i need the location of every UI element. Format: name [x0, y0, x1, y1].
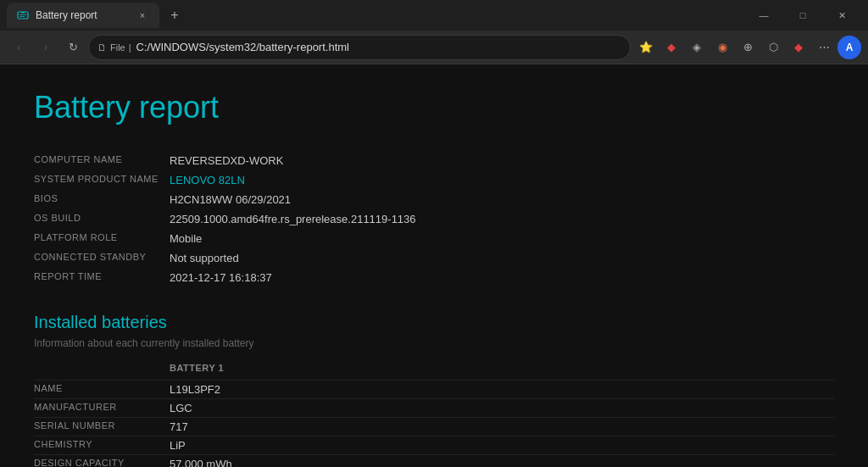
info-row: SYSTEM PRODUCT NAME LENOVO 82LN: [34, 170, 834, 190]
batteries-section-subtitle: Information about each currently install…: [34, 337, 834, 349]
info-value: LENOVO 82LN: [170, 174, 245, 186]
battery-row-value: LiP: [170, 439, 186, 452]
page-content: Battery report COMPUTER NAME REVERSEDXD-…: [0, 64, 868, 467]
close-button[interactable]: ✕: [822, 0, 861, 31]
battery-row: CHEMISTRY LiP: [34, 436, 834, 454]
info-value: Not supported: [170, 252, 239, 264]
tab-favicon-icon: [17, 9, 29, 21]
info-value: 22509.1000.amd64fre.rs_prerelease.211119…: [170, 213, 416, 225]
info-row: OS BUILD 22509.1000.amd64fre.rs_prerelea…: [34, 209, 834, 229]
file-icon: 🗋: [97, 42, 107, 53]
battery-row-label: NAME: [34, 383, 170, 396]
info-row: COMPUTER NAME REVERSEDXD-WORK: [34, 151, 834, 170]
refresh-icon: ↻: [69, 41, 78, 53]
info-label: REPORT TIME: [34, 271, 170, 284]
info-row: CONNECTED STANDBY Not supported: [34, 248, 834, 268]
back-icon: ‹: [17, 41, 20, 53]
extension-icon-3[interactable]: ◉: [710, 36, 734, 59]
address-protocol: 🗋 File |: [97, 42, 131, 53]
address-url: C:/WINDOWS/system32/battery-report.html: [136, 41, 621, 53]
info-row: PLATFORM ROLE Mobile: [34, 229, 834, 248]
extension-icon-5[interactable]: ⬡: [761, 36, 785, 59]
info-row: REPORT TIME 2021-12-17 16:18:37: [34, 268, 834, 287]
battery-row-value: LGC: [170, 402, 192, 414]
new-tab-button[interactable]: +: [163, 3, 186, 27]
battery-table: BATTERY 1 NAME L19L3PF2 MANUFACTURER LGC…: [34, 363, 834, 467]
extension-icon-4[interactable]: ⊕: [736, 36, 760, 59]
info-label: BIOS: [34, 193, 170, 206]
refresh-button[interactable]: ↻: [61, 36, 85, 59]
battery-row-label: MANUFACTURER: [34, 402, 170, 414]
battery-row-label: SERIAL NUMBER: [34, 420, 170, 433]
battery-header-cell: BATTERY 1: [170, 363, 305, 373]
protocol-label: File: [110, 42, 125, 53]
extension-icon-6[interactable]: ◆: [787, 36, 810, 59]
tab-bar: Battery report × + — □ ✕: [0, 0, 868, 31]
forward-button[interactable]: ›: [34, 36, 58, 59]
battery-row: MANUFACTURER LGC: [34, 398, 834, 417]
info-value: REVERSEDXD-WORK: [170, 154, 283, 167]
info-value: 2021-12-17 16:18:37: [170, 271, 272, 284]
batteries-section-title: Installed batteries: [34, 313, 834, 332]
info-label: OS BUILD: [34, 213, 170, 225]
extension-icon-1[interactable]: ◆: [659, 36, 683, 59]
info-label: PLATFORM ROLE: [34, 232, 170, 245]
extensions-button[interactable]: ⋯: [812, 36, 836, 59]
info-value: H2CN18WW 06/29/2021: [170, 193, 291, 206]
extension-icon-2[interactable]: ◈: [685, 36, 709, 59]
battery-row: NAME L19L3PF2: [34, 380, 834, 398]
battery-row-label: DESIGN CAPACITY: [34, 458, 170, 467]
back-button[interactable]: ‹: [7, 36, 31, 59]
system-info-table: COMPUTER NAME REVERSEDXD-WORK SYSTEM PRO…: [34, 151, 834, 287]
browser-toolbar: ‹ › ↻ 🗋 File | C:/WINDOWS/system32/batte…: [0, 31, 868, 64]
info-label: SYSTEM PRODUCT NAME: [34, 174, 170, 186]
active-tab[interactable]: Battery report ×: [7, 3, 159, 28]
info-row: BIOS H2CN18WW 06/29/2021: [34, 190, 834, 209]
battery-row: SERIAL NUMBER 717: [34, 417, 834, 436]
info-value: Mobile: [170, 232, 202, 245]
battery-row-label: CHEMISTRY: [34, 439, 170, 452]
tab-title: Battery report: [36, 9, 129, 21]
battery-row-value: 57,000 mWh: [170, 458, 232, 467]
forward-icon: ›: [44, 41, 47, 53]
page-title: Battery report: [34, 90, 834, 125]
installed-batteries-section: Installed batteries Information about ea…: [34, 313, 834, 467]
battery-rows: NAME L19L3PF2 MANUFACTURER LGC SERIAL NU…: [34, 380, 834, 467]
browser-chrome: Battery report × + — □ ✕ ‹ › ↻ 🗋 File | …: [0, 0, 868, 64]
toolbar-right: ⭐ ◆ ◈ ◉ ⊕ ⬡ ◆ ⋯ A: [634, 36, 861, 59]
svg-rect-1: [21, 12, 25, 14]
maximize-button[interactable]: □: [783, 0, 822, 31]
minimize-button[interactable]: —: [744, 0, 783, 31]
battery-header-row: BATTERY 1: [34, 363, 834, 373]
profile-button[interactable]: A: [837, 36, 861, 59]
info-label: COMPUTER NAME: [34, 154, 170, 167]
address-bar[interactable]: 🗋 File | C:/WINDOWS/system32/battery-rep…: [88, 35, 631, 60]
info-label: CONNECTED STANDBY: [34, 252, 170, 264]
tab-close-button[interactable]: ×: [136, 8, 149, 22]
collections-icon[interactable]: ⭐: [634, 36, 658, 59]
battery-row-value: 717: [170, 420, 188, 433]
battery-row-value: L19L3PF2: [170, 383, 220, 396]
window-controls: — □ ✕: [744, 0, 861, 31]
battery-row: DESIGN CAPACITY 57,000 mWh: [34, 454, 834, 467]
